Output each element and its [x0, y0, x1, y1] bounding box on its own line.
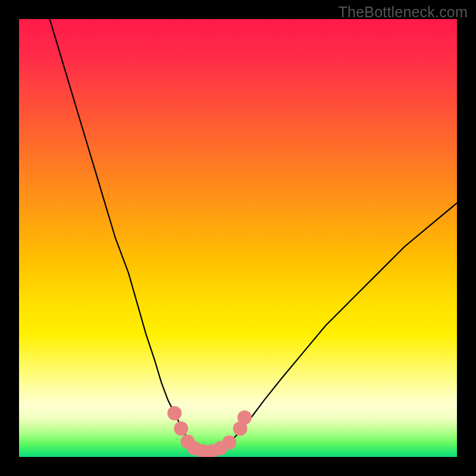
left-curve [50, 19, 203, 453]
chart-svg [19, 19, 457, 457]
data-marker [222, 436, 236, 450]
data-marker [237, 411, 252, 425]
data-marker [167, 406, 181, 420]
watermark-text: TheBottleneck.com [339, 4, 468, 21]
plot-area [19, 19, 457, 457]
chart-container: TheBottleneck.com [0, 0, 476, 476]
markers-group [167, 406, 252, 457]
data-marker [174, 421, 188, 436]
